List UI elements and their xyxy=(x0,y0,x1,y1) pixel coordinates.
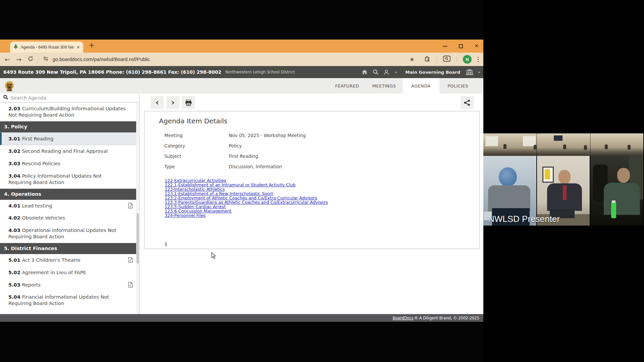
person-head xyxy=(558,170,571,184)
site-nav-tab[interactable]: FEATURED xyxy=(329,78,366,94)
person-figure xyxy=(628,145,631,149)
window-light xyxy=(523,136,536,146)
agenda-item-label: Lead testing xyxy=(22,203,52,208)
agenda-search[interactable] xyxy=(0,94,139,103)
window-close-icon[interactable]: ✕ xyxy=(474,44,479,49)
agenda-item-number: 5.04 xyxy=(8,294,20,300)
browser-window: Agenda - 6493 Route 309 New ✕ + ✕ ← → go… xyxy=(0,40,483,322)
policy-links: 122-Extracurricular Activities 122.1-Est… xyxy=(165,178,328,218)
agenda-item-number: 3.04 xyxy=(8,173,20,179)
agenda-item-number: 5.02 xyxy=(8,270,20,275)
agenda-list-row[interactable]: 5.03 Reports xyxy=(0,279,136,291)
site-info-icon[interactable] xyxy=(43,56,49,63)
share-button[interactable] xyxy=(461,96,474,109)
red-tie xyxy=(563,185,567,200)
detail-label: Meeting xyxy=(164,133,229,138)
detail-value: First Reading xyxy=(229,154,306,159)
agenda-item-number: 4.01 xyxy=(8,203,20,208)
search-input[interactable] xyxy=(11,95,111,101)
agenda-list-row[interactable]: 3.01 First Reading xyxy=(0,132,136,145)
room-panorama-video[interactable] xyxy=(483,133,643,156)
url-text[interactable]: go.boarddocs.com/pa/nwlsd/Board.nsf/Publ… xyxy=(53,57,406,62)
window-minimize-icon[interactable] xyxy=(443,46,447,47)
bookmark-star-icon[interactable]: ★ xyxy=(410,56,415,63)
agenda-item-number: 5.01 xyxy=(8,257,20,263)
presenter-name-label: NWLSD Presenter xyxy=(488,214,560,224)
agenda-sidebar: 2.03 Curriculum/Building Informational U… xyxy=(0,94,140,314)
site-nav-tab[interactable]: MEETINGS xyxy=(366,78,402,94)
section-symbol: § xyxy=(165,241,167,247)
detail-label: Subject xyxy=(164,154,229,159)
agenda-item-number: 4.03 xyxy=(8,228,20,233)
tab-search-icon[interactable] xyxy=(443,56,450,63)
next-item-button[interactable]: › xyxy=(166,96,179,109)
agenda-item-details-card: Agenda Item Details Meeting Nov 05, 2025… xyxy=(144,111,480,249)
browser-toolbar: ← → go.boarddocs.com/pa/nwlsd/Board.nsf/… xyxy=(0,53,483,66)
agenda-item-label: 3. Policy xyxy=(4,124,27,129)
agenda-list-row[interactable]: 3.04 Policy Informational Updates Not Re… xyxy=(0,170,136,189)
district-header-actions: ▾ Main Governing Board ▾ xyxy=(362,69,480,75)
browser-back-icon[interactable]: ← xyxy=(5,56,10,63)
user-caret-icon[interactable]: ▾ xyxy=(395,70,397,74)
board-selector-label[interactable]: Main Governing Board xyxy=(406,70,460,75)
detail-row: Meeting Nov 05, 2025 - Workshop Meeting xyxy=(164,130,306,140)
browser-tab[interactable]: Agenda - 6493 Route 309 New ✕ xyxy=(10,42,83,53)
person-figure xyxy=(503,144,506,149)
previous-item-button[interactable]: ‹ xyxy=(151,96,164,109)
site-nav-tab[interactable]: AGENDA xyxy=(402,78,439,94)
window-maximize-icon[interactable] xyxy=(459,44,463,48)
district-header: 6493 Route 309 New Tripoli, PA 18066 Pho… xyxy=(0,66,483,78)
print-button[interactable] xyxy=(182,96,195,109)
agenda-list-row[interactable]: 5.01 Act 3 Children's Theatre xyxy=(0,254,136,266)
boarddocs-page: 2.03 Curriculum/Building Informational U… xyxy=(0,94,483,314)
district-name: Northwestern Lehigh School District xyxy=(225,70,295,74)
detail-fields: Meeting Nov 05, 2025 - Workshop Meeting … xyxy=(164,130,306,172)
sidebar-scrollbar-thumb[interactable] xyxy=(137,213,139,263)
district-address: 6493 Route 309 New Tripoli, PA 18066 Pho… xyxy=(3,69,221,75)
agenda-list-row[interactable]: 4.03 Operational Informational Updates N… xyxy=(0,224,136,243)
tab-close-icon[interactable]: ✕ xyxy=(76,45,80,50)
browser-reload-icon[interactable] xyxy=(28,56,34,63)
window-controls: ✕ xyxy=(443,40,479,53)
agenda-item-label: 5. District Finances xyxy=(4,246,57,251)
agenda-list-row[interactable]: 3.02 Second Reading and Final Approval xyxy=(0,145,136,158)
boarddocs-footer: BoardDocs ® A Diligent Brand, © 2002-202… xyxy=(0,314,483,322)
detail-label: Category xyxy=(164,143,229,148)
agenda-list-row[interactable]: 2.03 Curriculum/Building Informational U… xyxy=(0,103,136,121)
agenda-list-row[interactable]: 4. Operations xyxy=(0,189,136,200)
search-icon[interactable] xyxy=(373,69,379,75)
address-bar[interactable]: go.boarddocs.com/pa/nwlsd/Board.nsf/Publ… xyxy=(40,54,418,64)
agenda-list-row[interactable]: 4.01 Lead testing xyxy=(0,200,136,212)
agenda-list-row[interactable]: 5.04 Financial Informational Updates Not… xyxy=(0,291,136,310)
board-bank-icon[interactable] xyxy=(466,69,473,75)
home-icon[interactable] xyxy=(362,69,368,75)
tab-favicon-tree-icon xyxy=(13,44,18,50)
browser-menu-icon[interactable] xyxy=(478,57,479,62)
person-figure xyxy=(584,145,587,150)
new-tab-button[interactable]: + xyxy=(89,41,95,49)
tab-title: Agenda - 6493 Route 309 New xyxy=(21,45,74,50)
wall-display xyxy=(554,135,562,141)
board-caret-icon[interactable]: ▾ xyxy=(478,70,480,74)
boarddocs-footer-link[interactable]: BoardDocs xyxy=(393,316,414,320)
video-tile-participant-3[interactable] xyxy=(590,156,643,226)
profile-avatar[interactable]: N xyxy=(463,55,472,64)
user-icon[interactable] xyxy=(384,69,390,75)
agenda-item-number: 2.03 xyxy=(8,106,20,111)
site-nav-tab[interactable]: POLICIES xyxy=(439,78,476,94)
agenda-list-row[interactable]: 5. District Finances xyxy=(0,243,136,254)
extensions-icon[interactable] xyxy=(424,55,431,63)
agenda-list-row[interactable]: 4.02 Obsolete Vehicles xyxy=(0,212,136,224)
policy-link[interactable]: 324-Personnel Files xyxy=(165,213,328,218)
agenda-item-label: Act 3 Children's Theatre xyxy=(22,257,80,263)
person-body xyxy=(488,185,530,212)
footer-copyright: ® A Diligent Brand, © 2002-2025 xyxy=(414,316,479,320)
agenda-list-row[interactable]: 3.03 Rescind Policies xyxy=(0,158,136,170)
agenda-list-row[interactable]: 5.02 Agreement in Lieu of FAPE xyxy=(0,266,136,279)
agenda-item-label: First Reading xyxy=(22,136,53,141)
sidebar-scrollbar[interactable] xyxy=(136,103,139,314)
detail-value: Nov 05, 2025 - Workshop Meeting xyxy=(229,133,306,138)
browser-forward-icon[interactable]: → xyxy=(16,56,21,63)
browser-tab-bar: Agenda - 6493 Route 309 New ✕ + ✕ xyxy=(0,40,483,53)
agenda-list-row[interactable]: 3. Policy xyxy=(0,121,136,132)
